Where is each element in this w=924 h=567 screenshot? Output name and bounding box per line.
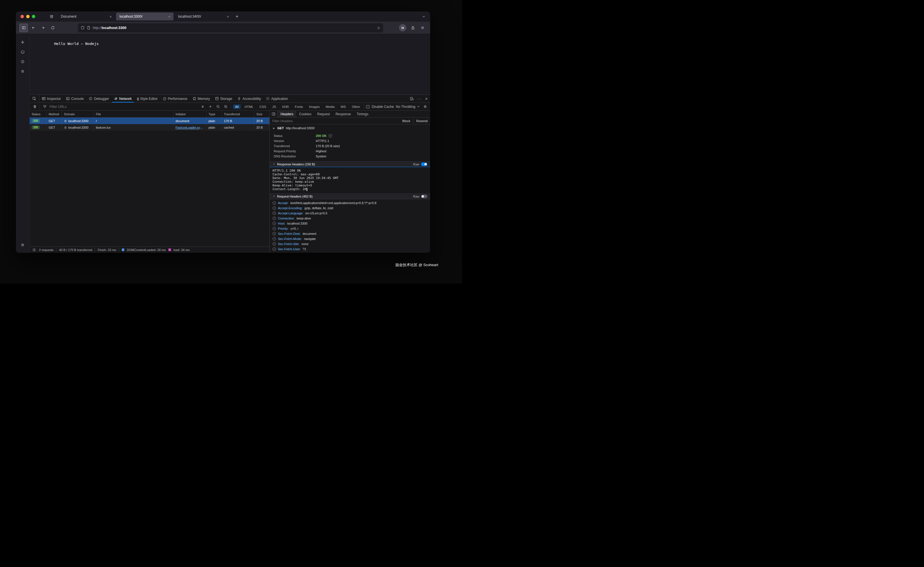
question-circle-icon[interactable]: ? — [273, 212, 276, 215]
devtools-tab-accessibility[interactable]: Accessibility — [235, 95, 263, 102]
tab-close-icon[interactable]: × — [108, 14, 113, 19]
filter-type-html[interactable]: HTML — [243, 104, 255, 109]
filter-headers-input[interactable]: Filter Headers — [272, 119, 399, 123]
filter-urls-input[interactable]: Filter URLs — [50, 105, 67, 109]
header-row[interactable]: ? Priority: u=0, i — [270, 226, 430, 231]
header-row[interactable]: ? Host: localhost:3300 — [270, 221, 430, 226]
column-header[interactable]: Method — [46, 111, 62, 117]
question-circle-icon[interactable]: ? — [328, 134, 332, 137]
add-request-icon[interactable] — [208, 104, 213, 110]
header-row[interactable]: ? Accept-Encoding: gzip, deflate, br, zs… — [270, 206, 430, 211]
tab-localhost-3300[interactable]: localhost:3300/ × — [116, 12, 174, 21]
devtools-more-icon[interactable]: ··· — [416, 95, 423, 102]
devtools-tab-performance[interactable]: Performance — [160, 95, 190, 102]
devtools-close-icon[interactable]: × — [423, 95, 430, 102]
synced-tabs-icon[interactable] — [19, 48, 27, 56]
disable-cache-checkbox[interactable] — [366, 105, 369, 108]
back-icon[interactable] — [29, 24, 38, 32]
library-icon[interactable] — [48, 13, 55, 20]
shield-icon[interactable] — [81, 26, 84, 30]
header-row[interactable]: ? Accept: text/html,application/xhtml+xm… — [270, 200, 430, 206]
details-tab-timings[interactable]: Timings — [354, 111, 371, 117]
header-row[interactable]: ? Sec-Fetch-User: ?1 — [270, 247, 430, 252]
details-tab-response[interactable]: Response — [333, 111, 354, 117]
header-row[interactable]: ? Sec-Fetch-Dest: document — [270, 231, 430, 236]
question-circle-icon[interactable]: ? — [273, 232, 276, 235]
devtools-tab-application[interactable]: Application — [263, 95, 291, 102]
column-header[interactable]: Domain — [62, 111, 94, 117]
details-pane-icon[interactable] — [270, 111, 278, 117]
request-row[interactable]: 200 GET localhost:3300 favicon.ico Favic… — [30, 124, 269, 131]
request-row[interactable]: 200 GET localhost:3300 / document plain … — [30, 117, 269, 124]
block-button[interactable]: Block — [402, 119, 410, 123]
devtools-tab-console[interactable]: Console — [63, 95, 86, 102]
twisty-open-icon[interactable]: ▾ — [273, 195, 275, 197]
menu-hamburger-icon[interactable] — [418, 24, 427, 32]
forward-icon[interactable] — [39, 24, 47, 32]
tab-localhost-3400[interactable]: localhost:3400/ × — [175, 12, 232, 21]
column-header[interactable]: Type — [207, 111, 222, 117]
clear-requests-trash-icon[interactable] — [32, 104, 38, 110]
question-circle-icon[interactable]: ? — [273, 227, 276, 230]
pick-element-icon[interactable] — [30, 95, 39, 102]
filter-type-js[interactable]: JS — [270, 104, 278, 109]
devtools-tab-inspector[interactable]: Inspector — [39, 95, 63, 102]
filter-type-other[interactable]: Other — [350, 104, 362, 109]
reload-icon[interactable] — [48, 24, 57, 32]
column-header[interactable]: Initiator — [174, 111, 207, 117]
devtools-tab-storage[interactable]: Storage — [213, 95, 235, 102]
chatbot-sparkle-icon[interactable] — [19, 38, 27, 46]
question-circle-icon[interactable]: ? — [273, 201, 276, 205]
response-headers-section[interactable]: ▾ Response Headers (150 B) Raw — [270, 161, 430, 167]
filter-type-media[interactable]: Media — [324, 104, 336, 109]
close-window-button[interactable] — [21, 15, 24, 18]
settings-gear-icon[interactable] — [19, 241, 27, 249]
header-row[interactable]: ? Sec-Fetch-Mode: navigate — [270, 236, 430, 241]
column-header[interactable]: Transferred — [222, 111, 254, 117]
details-tab-request[interactable]: Request — [314, 111, 333, 117]
filter-type-images[interactable]: Images — [307, 104, 322, 109]
new-tab-button[interactable]: + — [233, 13, 241, 20]
request-headers-section[interactable]: ▾ Request Headers (452 B) Raw — [270, 193, 430, 199]
responsive-design-icon[interactable] — [408, 95, 416, 102]
page-info-icon[interactable] — [87, 26, 90, 30]
minimize-window-button[interactable] — [26, 15, 30, 18]
bookmark-star-icon[interactable]: ☆ — [376, 26, 380, 30]
tab-document[interactable]: Document × — [57, 12, 115, 21]
url-bar[interactable]: http://localhost:3300 ☆ — [78, 23, 383, 32]
column-header[interactable]: Size — [254, 111, 269, 117]
throttling-dropdown[interactable]: No Throttling — [396, 105, 420, 109]
bookmarks-icon[interactable] — [19, 67, 27, 75]
list-all-tabs-icon[interactable] — [420, 13, 427, 20]
question-circle-icon[interactable]: ? — [273, 242, 276, 246]
header-row[interactable]: ? Sec-Fetch-Site: none — [270, 241, 430, 247]
raw-toggle-on[interactable] — [421, 162, 427, 166]
question-circle-icon[interactable]: ? — [273, 247, 276, 251]
question-circle-icon[interactable]: ? — [273, 206, 276, 210]
devtools-tab-network[interactable]: Network — [111, 95, 134, 102]
pause-icon[interactable] — [200, 104, 206, 110]
twisty-open-icon[interactable]: ▾ — [273, 163, 275, 165]
twisty-closed-icon[interactable]: ▶ — [273, 127, 275, 129]
question-circle-icon[interactable]: ? — [273, 237, 276, 241]
resend-button[interactable]: Resend — [416, 119, 428, 123]
details-tab-headers[interactable]: Headers — [278, 111, 296, 117]
history-icon[interactable] — [19, 57, 27, 65]
details-tab-cookies[interactable]: Cookies — [296, 111, 314, 117]
tab-close-icon[interactable]: × — [225, 14, 230, 19]
filter-type-all[interactable]: All — [233, 104, 241, 109]
question-circle-icon[interactable]: ? — [273, 222, 276, 225]
raw-toggle-off[interactable] — [421, 195, 427, 198]
question-circle-icon[interactable]: ? — [273, 217, 276, 220]
timing-clock-icon[interactable] — [32, 247, 36, 253]
filter-type-ws[interactable]: WS — [339, 104, 348, 109]
share-icon[interactable] — [408, 24, 417, 32]
initiator-link[interactable]: FaviconLoader.sys… — [176, 126, 204, 129]
filter-type-css[interactable]: CSS — [258, 104, 268, 109]
search-icon[interactable] — [215, 104, 221, 110]
devtools-tab-memory[interactable]: Memory — [190, 95, 213, 102]
devtools-tab-style-editor[interactable]: {} Style Editor — [134, 95, 160, 102]
profile-avatar[interactable]: H — [399, 24, 406, 31]
sidebar-toggle-icon[interactable] — [20, 24, 28, 32]
request-summary-line[interactable]: ▶ GET http://localhost:3300/ — [270, 124, 430, 132]
